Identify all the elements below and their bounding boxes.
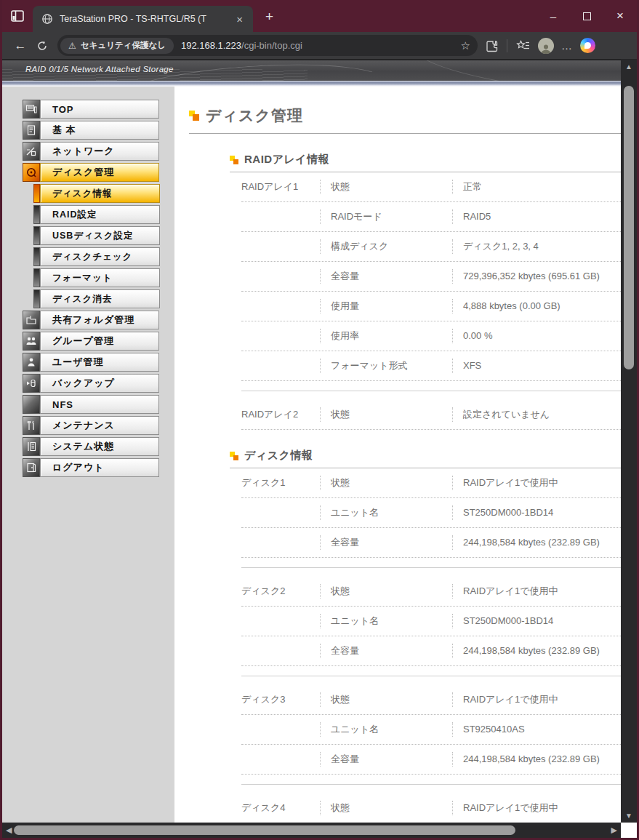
browser-tab[interactable]: TeraStation PRO - TS-RHTGL/R5 (T × (33, 6, 253, 32)
row-value: 4,888 kbytes (0.00 GB) (452, 299, 621, 313)
warning-icon: ⚠ (68, 41, 76, 51)
sidebar-item-group-management[interactable]: グループ管理 (23, 332, 174, 351)
sidebar-item-button[interactable]: ディスク管理 (40, 163, 159, 182)
sidebar-item-button[interactable]: 共有フォルダ管理 (40, 311, 159, 329)
refresh-icon[interactable] (31, 35, 53, 57)
v-scroll-thumb[interactable] (624, 86, 634, 369)
sidebar-item-button[interactable]: 基 本 (40, 121, 159, 140)
favorite-star-icon[interactable]: ☆ (461, 39, 470, 52)
sidebar-item-button[interactable]: TOP (40, 100, 159, 119)
row-group-label (241, 535, 320, 550)
sidebar-item-network[interactable]: ネットワーク (23, 142, 174, 161)
sidebar-item-button[interactable]: フォーマット (40, 268, 160, 287)
scroll-right-icon[interactable]: ▶ (611, 825, 617, 835)
sidebar-item-button[interactable]: ログアウト (40, 458, 159, 477)
row-value: RAIDアレイ1で使用中 (452, 801, 621, 815)
scroll-up-icon[interactable]: ▲ (621, 63, 637, 71)
row-value: RAIDアレイ1で使用中 (452, 692, 621, 707)
scroll-left-icon[interactable]: ◀ (6, 825, 12, 835)
more-menu-icon[interactable]: … (561, 39, 573, 52)
page-title-row: ディスク管理 (189, 105, 621, 134)
sidebar-item-logout[interactable]: ログアウト (23, 458, 174, 477)
sidebar-item-label: TOP (52, 104, 74, 115)
section-heading-row: ディスク情報 (230, 449, 621, 468)
submenu-marker (33, 268, 40, 287)
table-row: RAIDアレイ1状態正常 (241, 172, 621, 202)
favorites-bar-icon[interactable] (515, 38, 531, 54)
sidebar-item-button[interactable]: メンテナンス (40, 416, 159, 435)
sidebar-item-disk-erase[interactable]: ディスク消去 (33, 289, 174, 308)
sidebar-item-system-status[interactable]: システム状態 (23, 437, 174, 456)
maximize-button[interactable] (570, 0, 603, 32)
sidebar-item-backup[interactable]: バックアップ (23, 374, 174, 393)
row-group-label (241, 505, 320, 520)
row-group-label (241, 299, 320, 313)
sidebar-item-button[interactable]: ディスクチェック (40, 247, 160, 266)
row-value: ディスク1, 2, 3, 4 (452, 239, 621, 254)
tab-actions-icon[interactable] (9, 8, 25, 24)
sidebar-item-label: ディスク管理 (52, 166, 114, 179)
h-scrollbar[interactable]: ◀ ▶ (2, 823, 621, 838)
row-attribute: 使用量 (320, 299, 452, 313)
sidebar-item-label: バックアップ (52, 377, 115, 390)
url-bar[interactable]: ⚠ セキュリティ保護なし 192.168.1.223/cgi-bin/top.c… (57, 35, 478, 56)
sidebar-item-raid-settings[interactable]: RAID設定 (33, 205, 174, 224)
sidebar-item-button[interactable]: ネットワーク (40, 142, 159, 161)
sidebar-item-button[interactable]: RAID設定 (40, 205, 160, 224)
profile-avatar[interactable] (538, 38, 554, 54)
scroll-down-icon[interactable]: ▼ (621, 812, 637, 820)
sidebar-item-button[interactable]: ディスク情報 (40, 184, 160, 203)
table-group: ディスク1状態RAIDアレイ1で使用中ユニット名ST250DM000-1BD14… (241, 468, 621, 568)
row-group-label (241, 239, 320, 254)
tab-close-icon[interactable]: × (233, 12, 246, 26)
sidebar-item-label: RAID設定 (52, 209, 97, 221)
sidebar-item-button[interactable]: グループ管理 (40, 332, 159, 351)
sidebar-item-nfs[interactable]: NFS (23, 395, 174, 414)
row-group-label: RAIDアレイ2 (241, 407, 320, 422)
sidebar-item-disk-management[interactable]: ディスク管理 (23, 163, 174, 182)
sidebar-item-button[interactable]: NFS (40, 395, 159, 414)
row-group-label (241, 614, 320, 628)
sidebar-item-disk-info[interactable]: ディスク情報 (33, 184, 174, 203)
row-group-label: ディスク1 (241, 476, 320, 490)
row-value: ST250DM000-1BD14 (452, 614, 621, 628)
close-button[interactable]: × (603, 0, 637, 32)
toolbar-divider (507, 39, 507, 52)
table-group: ディスク2状態RAIDアレイ1で使用中ユニット名ST250DM000-1BD14… (241, 577, 621, 676)
row-group-label (241, 644, 320, 658)
sidebar-item-button[interactable]: ディスク消去 (40, 289, 160, 308)
submenu-marker (33, 247, 40, 266)
extensions-icon[interactable] (483, 38, 499, 54)
h-scroll-thumb[interactable] (14, 825, 515, 835)
copilot-icon[interactable] (580, 38, 595, 53)
minimize-button[interactable]: – (536, 0, 570, 32)
v-scrollbar[interactable]: ▲ ▼ (621, 60, 637, 823)
security-chip[interactable]: ⚠ セキュリティ保護なし (60, 38, 174, 54)
sidebar-item-top[interactable]: TOP (23, 100, 174, 119)
sidebar-item-label: 基 本 (52, 124, 76, 137)
product-banner: RAID 0/1/5 Network Attached Storage (2, 60, 621, 81)
back-icon[interactable]: ← (9, 35, 31, 57)
sidebar-item-button[interactable]: バックアップ (40, 374, 159, 393)
new-tab-button[interactable]: + (265, 9, 273, 25)
sidebar-item-button[interactable]: ユーザ管理 (40, 353, 159, 372)
row-group-label: ディスク3 (241, 692, 320, 707)
section-bullet-icon (230, 156, 238, 164)
disk-icon (23, 163, 40, 182)
sidebar-item-maintenance[interactable]: メンテナンス (23, 416, 174, 435)
sidebar-item-usb-disk-settings[interactable]: USBディスク設定 (33, 226, 174, 245)
sidebar-item-basic[interactable]: 基 本 (23, 121, 174, 140)
sidebar-item-button[interactable]: システム状態 (40, 437, 159, 456)
submenu-marker (33, 226, 40, 245)
table-row: 使用量4,888 kbytes (0.00 GB) (241, 292, 621, 321)
sidebar-item-shared-folder[interactable]: 共有フォルダ管理 (23, 311, 174, 329)
sidebar-item-label: フォーマット (52, 272, 112, 284)
table-row: 全容量244,198,584 kbytes (232.89 GB) (241, 745, 621, 775)
row-attribute: 全容量 (320, 535, 452, 550)
sidebar-item-user-management[interactable]: ユーザ管理 (23, 353, 174, 372)
sidebar-item-format[interactable]: フォーマット (33, 268, 174, 287)
sidebar-item-disk-check[interactable]: ディスクチェック (33, 247, 174, 266)
table-row: ディスク1状態RAIDアレイ1で使用中 (241, 468, 621, 498)
sidebar-item-label: 共有フォルダ管理 (52, 313, 134, 327)
sidebar-item-button[interactable]: USBディスク設定 (40, 226, 160, 245)
